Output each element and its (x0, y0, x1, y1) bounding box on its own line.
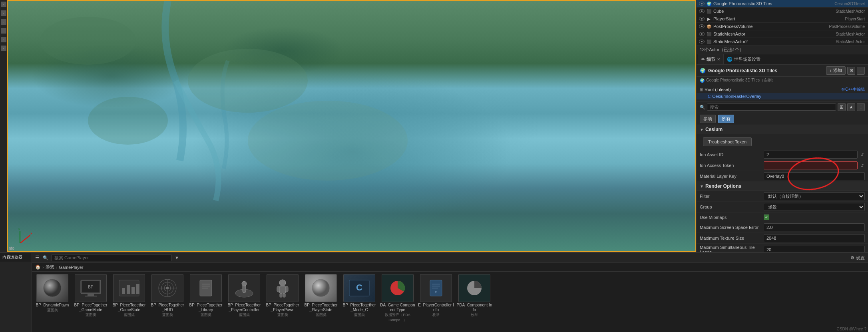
max-texture-size-input[interactable] (764, 234, 865, 242)
svg-rect-12 (88, 294, 94, 296)
content-item-8[interactable]: C BP_PieceTogether _Mode_C 蓝图类 (341, 274, 377, 318)
eye-icon-0[interactable] (699, 2, 705, 6)
component-name: 🌍 Google Photorealistic 3D Tiles (700, 68, 777, 74)
component-name-label: Google Photorealistic 3D Tiles (708, 68, 777, 74)
content-item-11[interactable]: PDA_Component Info 枚举 (456, 274, 492, 318)
max-simultaneous-label: Maximum Simultaneous Tile Loads (700, 245, 764, 252)
content-item-7[interactable]: BP_PieceTogether _PlayerState 蓝图类 (303, 274, 339, 318)
svg-text:E: E (435, 290, 437, 294)
content-browser-search-input[interactable] (52, 254, 171, 261)
sidebar-icon-1[interactable]: · (1, 2, 6, 7)
outliner-item-2[interactable]: ▶ PlayerStart PlayerStart (697, 15, 868, 23)
filter-icon-btn[interactable]: ☰ (35, 255, 40, 260)
item-label-1: BP_PieceTogether _GameMode (73, 303, 109, 312)
watermark: CSDN @Vince ? (837, 327, 866, 331)
eye-icon-5[interactable] (699, 40, 705, 44)
tab-close-icon[interactable]: ✕ (717, 57, 720, 62)
item-label-9: DA_Game Component Type (380, 303, 416, 312)
ion-access-token-reset-icon[interactable]: ↺ (859, 163, 865, 168)
tree-root[interactable]: ⊞ Root (Tileset) 在C++中编辑 (697, 86, 868, 93)
max-texture-size-value (764, 234, 865, 242)
add-button[interactable]: + 添加 (826, 66, 846, 75)
search-input[interactable] (707, 103, 836, 111)
use-mipmaps-checkbox[interactable] (764, 215, 769, 220)
viewport-axes: X Y Z (16, 227, 32, 243)
group-value: 场景 (764, 203, 865, 211)
eye-icon-2[interactable] (699, 17, 705, 21)
outliner-icon-3: 📦 (706, 24, 712, 29)
svg-text:Z: Z (31, 242, 32, 243)
settings-button[interactable]: ⚙ 设置 (850, 255, 865, 261)
outliner-item-4[interactable]: ⬛ StaticMeshActor StaticMeshActor (697, 30, 868, 38)
ion-access-token-input[interactable] (764, 161, 858, 169)
tab-details[interactable]: ✏ 细节 ✕ (698, 54, 724, 64)
tab-bar: ✏ 细节 ✕ 🌐 世界场景设置 (697, 54, 868, 65)
outliner-item-1[interactable]: ⬛ Cube StaticMeshActor (697, 8, 868, 15)
filter-value: 默认（自纹理组） (764, 192, 865, 200)
sidebar-icon-5[interactable]: · (1, 37, 6, 42)
content-item-9[interactable]: DA_Game Component Type 数据资产（PDA Compo...… (380, 274, 416, 323)
content-item-5[interactable]: BP_PieceTogether _PlayerController 蓝图类 (226, 274, 262, 318)
more-icon-btn[interactable]: ⋮ (857, 67, 865, 75)
bottom-tab-content-browser[interactable]: 内容浏览器 (0, 253, 32, 262)
max-screen-space-error-input[interactable] (764, 223, 865, 231)
max-simultaneous-input[interactable] (764, 246, 865, 252)
render-section-header[interactable]: ▼ Render Options (697, 182, 868, 191)
outliner-type-2: PlayerStart (845, 17, 865, 21)
dropdown-arrow-icon[interactable]: ▼ (175, 255, 179, 260)
item-label-3: BP_PieceTogether _HUD (149, 303, 185, 312)
filter-select[interactable]: 默认（自纹理组） (764, 192, 865, 200)
path-sep-1: › (42, 265, 44, 270)
viewport-bg (8, 1, 695, 251)
tab-world-label: 世界场景设置 (734, 56, 760, 62)
content-item-0[interactable]: BP_DynamicPawn 蓝图类 (34, 274, 70, 313)
star-icon-btn[interactable]: ★ (847, 103, 855, 111)
svg-rect-37 (285, 286, 288, 292)
troubleshoot-token-button[interactable]: Troubleshoot Token (703, 137, 752, 146)
eye-icon-4[interactable] (699, 32, 705, 36)
filter-params-btn[interactable]: 参项 (700, 115, 716, 123)
outliner-item-0[interactable]: 🌍 Google Photorealistic 3D Tiles Cesium3… (697, 0, 868, 8)
filter-all-btn[interactable]: 所有 (718, 115, 734, 123)
outliner-item-5[interactable]: ⬛ StaticMeshActor2 StaticMeshActor (697, 38, 868, 46)
content-item-4[interactable]: BP_PieceTogether _Library 蓝图类 (188, 274, 224, 318)
outliner-item-3[interactable]: 📦 PostProcessVolume PostProcessVolume (697, 23, 868, 30)
expand-icon-btn[interactable]: ⊡ (847, 67, 855, 75)
item-thumb-6 (267, 274, 299, 302)
item-thumb-9 (382, 274, 414, 302)
tree-root-action[interactable]: 在C++中编辑 (841, 87, 865, 92)
grid-icon-btn[interactable]: ⊞ (838, 103, 846, 111)
options-icon-btn[interactable]: ⋮ (857, 103, 865, 111)
material-layer-key-input[interactable] (764, 172, 865, 180)
content-item-2[interactable]: BP_PieceTogether _GameState 蓝图类 (111, 274, 147, 318)
item-sublabel-3: 蓝图类 (162, 312, 173, 318)
viewport[interactable]: X Y Z nto (7, 0, 696, 252)
max-simultaneous-value (764, 246, 865, 252)
tab-world-settings[interactable]: 🌐 世界场景设置 (724, 56, 764, 62)
content-item-3[interactable]: BP_PieceTogether _HUD 蓝图类 (149, 274, 185, 318)
cesium-section-header[interactable]: ▼ Cesium (697, 125, 868, 134)
content-item-1[interactable]: BP BP_PieceTogether _GameMode 蓝图类 (73, 274, 109, 318)
svg-rect-13 (85, 296, 97, 296)
ion-asset-id-input[interactable] (764, 151, 858, 159)
eye-icon-3[interactable] (699, 24, 705, 28)
item-label-2: BP_PieceTogether _GameState (111, 303, 147, 312)
sidebar-icon-4[interactable]: · (1, 28, 6, 34)
content-item-6[interactable]: BP_PieceTogether _PlayerPawn 蓝图类 (265, 274, 301, 318)
content-item-10[interactable]: E E_PlayerController Info 枚举 (418, 274, 454, 318)
ion-asset-id-reset-icon[interactable]: ↺ (859, 152, 865, 157)
outliner-name-1: Cube (713, 9, 724, 14)
outliner-name-0: Google Photorealistic 3D Tiles (713, 1, 772, 6)
svg-rect-35 (279, 286, 286, 293)
sidebar-icon-2[interactable]: · (1, 10, 6, 16)
tree-overlay[interactable]: C CesiumIonRasterOverlay (697, 93, 868, 99)
sidebar-icon-3[interactable]: · (1, 19, 6, 25)
sidebar-icon-6[interactable]: · (1, 46, 6, 51)
item-sublabel-0: 蓝图类 (47, 308, 58, 313)
ion-asset-id-label: Ion Asset ID (700, 152, 764, 157)
outliner-count: 13个Actor（已选1个） (697, 46, 868, 54)
eye-icon-1[interactable] (699, 9, 705, 13)
max-texture-size-row: Maximum Texture Size (697, 233, 868, 244)
render-section-title: Render Options (705, 183, 741, 189)
group-select[interactable]: 场景 (764, 203, 865, 211)
